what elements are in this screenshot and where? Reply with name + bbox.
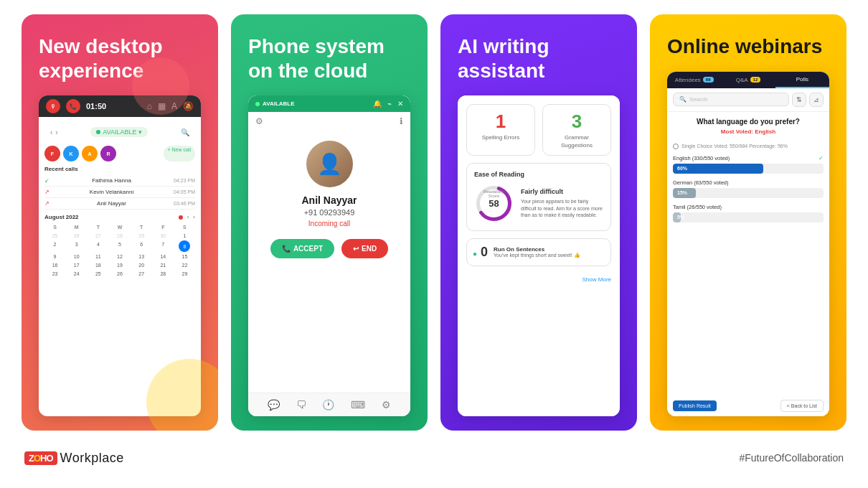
poll-bar-german: German (83/550 voted) 15% bbox=[667, 177, 829, 201]
accept-phone-icon: 📞 bbox=[282, 245, 291, 253]
search-btn[interactable]: 🔍 bbox=[181, 128, 189, 136]
call-time-2: 04:05 PM bbox=[174, 189, 195, 194]
cal-day-f: F bbox=[153, 223, 174, 231]
filter-icon-btn[interactable]: ⇅ bbox=[792, 93, 806, 107]
back-list-button[interactable]: < Back to List bbox=[780, 400, 824, 412]
zoho-wordmark: ZOHO bbox=[24, 451, 57, 465]
desktop-content: ‹› AVAILABLE ▾ 🔍 F K A R + New call bbox=[39, 117, 201, 283]
end-phone-icon: ↩ bbox=[353, 245, 359, 253]
end-button[interactable]: ↩ END bbox=[341, 239, 388, 258]
messages-icon[interactable]: 💬 bbox=[268, 399, 280, 410]
cal-day-w: W bbox=[109, 223, 130, 231]
question-text: What language do you prefer? bbox=[673, 118, 824, 126]
poll-bar-english: English (330/550 voted) ✓ 60% bbox=[667, 152, 829, 177]
cal-d20: 20 bbox=[131, 261, 152, 269]
cal-d8-today: 8 bbox=[179, 240, 190, 252]
difficulty-label: Fairly difficult bbox=[521, 188, 603, 195]
call-arrow-out-2: ↗ bbox=[44, 189, 49, 195]
webinar-search-input[interactable]: 🔍 Search bbox=[673, 93, 789, 106]
webinar-mock-wrapper: Attendees 88 Q&A 12 Polls 🔍 Search bbox=[667, 72, 829, 416]
show-more-link[interactable]: Show More bbox=[466, 276, 611, 283]
available-dot bbox=[255, 102, 260, 106]
calendar-section: August 2022 ‹ › S M T W T F bbox=[44, 214, 195, 278]
run-on-count: ● 0 bbox=[473, 245, 488, 260]
incoming-label: Incoming call bbox=[308, 220, 350, 227]
webinar-tab-polls[interactable]: Polls bbox=[775, 72, 829, 88]
workplace-label: Workplace bbox=[60, 451, 124, 466]
available-badge: AVAILABLE bbox=[255, 100, 295, 107]
webinar-search-row: 🔍 Search ⇅ ⊿ bbox=[667, 88, 829, 112]
phone-bottom-nav: 💬 🗨 🕐 ⌨ ⚙ bbox=[248, 393, 410, 416]
accept-button[interactable]: 📞 ACCEPT bbox=[270, 239, 334, 258]
dialpad-icon[interactable]: ⌨ bbox=[351, 399, 365, 410]
mic-icon: 🎙 bbox=[46, 99, 60, 113]
cal-d29: 29 bbox=[131, 232, 152, 240]
call-arrow-in-1: ↙ bbox=[44, 177, 49, 184]
cal-d6: 6 bbox=[131, 240, 152, 252]
avatar-row: F K A R + New call bbox=[44, 146, 195, 161]
cal-d21: 21 bbox=[153, 261, 174, 269]
avatar-4: R bbox=[100, 146, 116, 161]
hashtag: #FutureOfCollaboration bbox=[739, 452, 844, 464]
call-name-1: Fathima Hanna bbox=[92, 177, 131, 184]
bell-icon: 🔕 bbox=[183, 101, 194, 111]
cal-next[interactable]: › bbox=[193, 214, 195, 220]
poll-meta: Single Choice Voted: 550/984 Percentage:… bbox=[667, 141, 829, 152]
call-name-2: Kevin Velankanni bbox=[90, 189, 133, 195]
webinar-tab-attendees[interactable]: Attendees 88 bbox=[667, 72, 721, 88]
footer: ZOHO Workplace #FutureOfCollaboration bbox=[22, 442, 846, 474]
run-on-text: Run On Sentences You've kept things shor… bbox=[494, 246, 605, 258]
card-3-mockscreen: 1 Spelling Errors 3 GrammarSuggestions E… bbox=[458, 95, 620, 416]
cal-day-s2: S bbox=[174, 223, 195, 231]
check-icon-english: ✓ bbox=[819, 155, 824, 161]
cal-d1: 1 bbox=[174, 232, 195, 240]
webinar-tab-qa[interactable]: Q&A 12 bbox=[721, 72, 775, 88]
cal-d29b: 29 bbox=[174, 270, 195, 278]
call-item-3: ↗ Anil Nayyar 03:46 PM bbox=[44, 198, 195, 210]
phone-mock-wrapper: AVAILABLE 🔔 ⌁ ✕ ⚙ ℹ 👤 Anil Nayyar bbox=[248, 95, 410, 416]
cal-d11: 11 bbox=[88, 253, 108, 261]
poll-bar-tamil-track: 5% bbox=[673, 212, 824, 222]
grammar-suggestions-count: 3 bbox=[549, 111, 605, 133]
history-icon[interactable]: 🕐 bbox=[322, 399, 334, 410]
close-icon[interactable]: ✕ bbox=[397, 100, 403, 108]
call-name-3: Anil Nayyar bbox=[97, 200, 126, 207]
phone-settings-row: ⚙ ℹ bbox=[248, 112, 410, 131]
nav-arrows: ‹› bbox=[50, 128, 58, 136]
ease-of-reading-title: Ease of Reading bbox=[474, 171, 603, 178]
cal-d2: 2 bbox=[44, 240, 65, 252]
most-voted-row: Most Voted: English bbox=[673, 128, 824, 135]
avatar-3: A bbox=[82, 146, 98, 161]
webinar-tabs: Attendees 88 Q&A 12 Polls bbox=[667, 72, 829, 88]
ai-reading-content: ReadabilityScore 58 Fairly difficult You… bbox=[474, 184, 603, 223]
filter-funnel-btn[interactable]: ⊿ bbox=[809, 93, 824, 107]
cal-d15: 15 bbox=[174, 253, 195, 261]
publish-result-button[interactable]: Publish Result bbox=[673, 400, 717, 411]
poll-bar-tamil-label: Tamil (26/550 voted) bbox=[673, 204, 824, 210]
card-phone: Phone system on the cloud AVAILABLE 🔔 ⌁ … bbox=[231, 14, 428, 431]
chat-icon[interactable]: 🗨 bbox=[296, 399, 306, 410]
card-4-mockscreen: Attendees 88 Q&A 12 Polls 🔍 Search bbox=[667, 72, 829, 416]
grammar-suggestions-label: GrammarSuggestions bbox=[549, 134, 605, 149]
ai-mock-wrapper: 1 Spelling Errors 3 GrammarSuggestions E… bbox=[458, 95, 620, 416]
cal-d25: 25 bbox=[44, 232, 65, 240]
new-call-btn[interactable]: + New call bbox=[164, 146, 195, 161]
poll-bar-english-fill: 60% bbox=[673, 164, 763, 174]
cal-d26: 26 bbox=[66, 232, 87, 240]
cal-d23: 23 bbox=[44, 270, 65, 278]
most-voted-value: English bbox=[755, 128, 775, 135]
avatar-1: F bbox=[44, 146, 60, 161]
card-3-title: AI writing assistant bbox=[458, 34, 620, 83]
phone-mock-body: 👤 Anil Nayyar +91 09293949 Incoming call… bbox=[248, 131, 410, 393]
settings-bottom-icon[interactable]: ⚙ bbox=[382, 399, 391, 410]
card-webinar: Online webinars Attendees 88 Q&A 12 Poll… bbox=[650, 14, 846, 431]
info-icon[interactable]: ℹ bbox=[400, 116, 403, 126]
cal-d30: 30 bbox=[153, 232, 174, 240]
webinar-actions: Publish Result < Back to List bbox=[667, 395, 829, 416]
cal-d5: 5 bbox=[109, 240, 130, 252]
settings-icon[interactable]: ⚙ bbox=[255, 116, 263, 126]
cal-prev[interactable]: ‹ bbox=[187, 214, 189, 220]
card-2-mockscreen: AVAILABLE 🔔 ⌁ ✕ ⚙ ℹ 👤 Anil Nayyar bbox=[248, 95, 410, 416]
call-item-2: ↗ Kevin Velankanni 04:05 PM bbox=[44, 187, 195, 198]
cal-d24: 24 bbox=[66, 270, 87, 278]
